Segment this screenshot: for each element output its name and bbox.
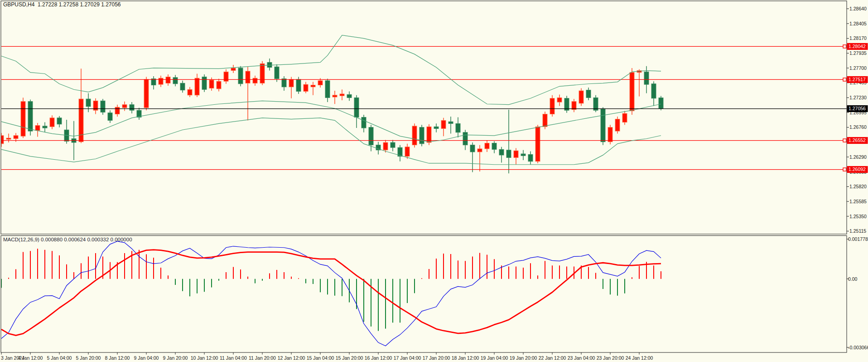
price-axis-label: 1.25820: [849, 184, 867, 189]
price-axis-label: 1.28405: [849, 21, 867, 26]
time-axis-label: 10 Jan 12:00: [191, 355, 218, 361]
time-axis-label: 15 Jan 04:00: [307, 355, 334, 361]
price-axis-label: 1.28640: [849, 6, 867, 11]
price-badge-label: 1.28042: [849, 44, 866, 49]
time-axis-label: 5 Jan 04:00: [47, 355, 72, 361]
price-axis-label: 1.25115: [849, 228, 866, 234]
time-axis-label: 11 Jan 04:00: [220, 355, 247, 361]
time-axis-label: 19 Jan 04:00: [481, 355, 508, 361]
time-axis-label: 11 Jan 20:00: [249, 355, 276, 361]
price-axis-label: 1.25350: [849, 214, 867, 219]
time-axis-label: 15 Jan 20:00: [336, 355, 363, 361]
price-badge-label: 1.26092: [849, 166, 866, 172]
time-axis-label: 16 Jan 12:00: [365, 355, 392, 361]
time-axis-label: 17 Jan 20:00: [423, 355, 450, 361]
time-axis-label: 17 Jan 04:00: [394, 355, 421, 361]
chart-canvas[interactable]: 1.286401.284051.281701.279351.277001.274…: [0, 0, 868, 362]
time-axis-label: 5 Jan 20:00: [76, 355, 101, 361]
hline-axis-marker: [843, 78, 846, 81]
time-axis-label: 9 Jan 20:00: [163, 355, 188, 361]
time-axis-label: 19 Jan 20:00: [510, 355, 537, 361]
time-axis-label: 24 Jan 12:00: [626, 355, 653, 361]
price-axis-label: 1.27935: [849, 50, 867, 56]
time-axis-label: 22 Jan 12:00: [539, 355, 566, 361]
time-axis-label: 18 Jan 12:00: [452, 355, 479, 361]
macd-axis-label: 0.001778: [848, 236, 868, 242]
hline-axis-marker: [843, 45, 846, 48]
price-axis-label: 1.27700: [849, 65, 867, 71]
time-axis-label: 9 Jan 04:00: [134, 355, 159, 361]
price-axis-label: 1.28170: [849, 35, 867, 41]
macd-axis-label: 0.00: [848, 276, 858, 282]
time-axis-label: 12 Jan 12:00: [278, 355, 305, 361]
price-axis-label: 1.27230: [849, 95, 867, 100]
time-axis-label: 4 Jan 12:00: [18, 355, 43, 361]
price-axis-label: 1.26760: [849, 124, 867, 130]
hline-axis-marker: [843, 168, 846, 171]
price-badge-label: 1.26552: [849, 137, 866, 143]
price-badge-label: 1.27517: [849, 77, 866, 82]
price-axis-label: 1.25585: [849, 199, 867, 204]
time-axis-label: 23 Jan 04:00: [568, 355, 595, 361]
price-axis-label: 1.26290: [849, 154, 867, 160]
time-axis-label: 23 Jan 20:00: [597, 355, 624, 361]
hline-axis-marker: [843, 139, 846, 142]
macd-axis-label: -0.003066: [848, 345, 868, 350]
time-axis-label: 8 Jan 12:00: [105, 355, 130, 361]
price-badge-label: 1.27056: [849, 106, 866, 111]
